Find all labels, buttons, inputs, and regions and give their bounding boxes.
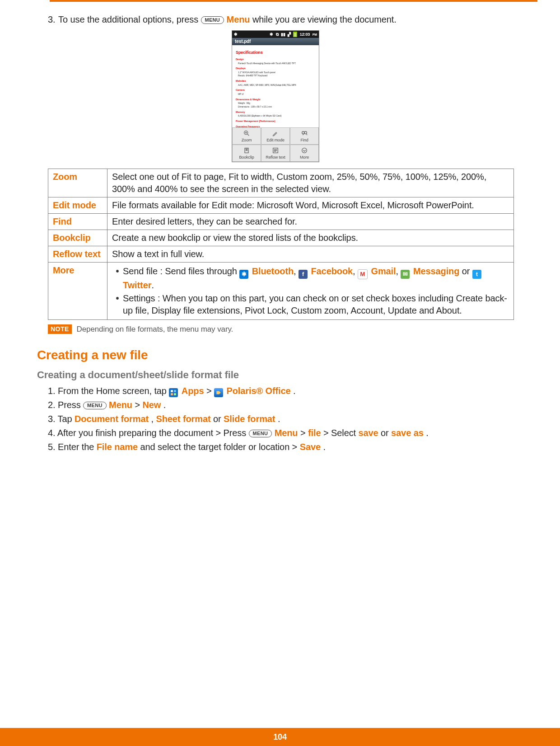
doc-line: Pantech Touch Messaging Device with Touc… — [238, 62, 315, 65]
sheetfmt-label: Sheet format — [156, 414, 210, 424]
opt-val: Show a text in full view. — [107, 246, 514, 263]
opt-key: Edit mode — [48, 197, 107, 214]
menu-label: Menu — [109, 400, 132, 410]
step-number: 4. — [48, 428, 55, 438]
status-time: 12:03 PM — [300, 32, 317, 37]
phone-doc-body: Specifications Design Pantech Touch Mess… — [232, 45, 319, 127]
intro-post: while you are viewing the document. — [252, 14, 397, 24]
menu-zoom[interactable]: Zoom — [232, 127, 261, 145]
twitter-icon: t — [472, 270, 481, 279]
apps-icon — [169, 388, 178, 397]
file-label: file — [308, 428, 321, 438]
more-settings: • Settings : When you tap on this part, … — [116, 292, 509, 317]
opt-key: Bookclip — [48, 230, 107, 246]
step-text: or — [213, 414, 224, 424]
slidefmt-label: Slide format — [224, 414, 275, 424]
step-text: . — [426, 428, 428, 438]
svg-rect-17 — [174, 394, 177, 396]
phone-status-bar: ✱ ✱ ⧉ ▮▮ ▞ ▯ 12:03 PM — [232, 31, 319, 38]
phone-titlebar: test.pdf — [232, 38, 319, 45]
svg-line-1 — [247, 134, 249, 136]
menu-editmode[interactable]: Edit mode — [261, 127, 290, 145]
step-text: From the Home screen, tap — [58, 386, 169, 396]
messaging-icon: ✉ — [401, 270, 410, 279]
list-item: 4. After you finish preparing the docume… — [48, 427, 514, 439]
table-row: Bookclip Create a new bookclip or view t… — [48, 230, 514, 246]
table-row: Edit mode File formats available for Edi… — [48, 197, 514, 214]
zoom-icon — [233, 129, 261, 137]
section-heading: Creating a new file — [37, 347, 514, 364]
step-text: . — [323, 442, 325, 452]
page-number: 104 — [273, 732, 287, 741]
table-row: Zoom Select one out of Fit to page, Fit … — [48, 169, 514, 197]
svg-point-13 — [302, 148, 307, 153]
menu-reflow[interactable]: Reflow text — [261, 145, 290, 162]
step-number: 5. — [48, 442, 55, 452]
svg-rect-16 — [171, 394, 173, 396]
menu-label: Edit mode — [261, 137, 289, 143]
step-text: After you finish preparing the document … — [57, 428, 249, 438]
menu-label: Find — [290, 137, 318, 143]
list-item: 1. From the Home screen, tap Apps > Pola… — [48, 385, 514, 397]
status-icons: ✱ ⧉ ▮▮ ▞ ▯ 12:03 PM — [268, 32, 317, 37]
doc-sec: Melodies — [236, 80, 315, 83]
note: NOTE Depending on file formats, the menu… — [48, 324, 514, 335]
messaging-label: Messaging — [413, 266, 459, 276]
menu-find[interactable]: Find — [290, 127, 319, 145]
menu-key-icon: MENU — [83, 402, 107, 409]
svg-rect-15 — [174, 390, 177, 393]
opt-val: Select one out of Fit to page, Fit to wi… — [107, 169, 514, 197]
doc-sec: Displays — [236, 67, 315, 70]
step-text: . — [293, 386, 295, 396]
table-row: Find Enter desired letters, they can be … — [48, 214, 514, 230]
saveas-label: save as — [391, 428, 424, 438]
gmail-icon: M — [358, 269, 368, 279]
step-number: 1. — [48, 386, 55, 396]
opt-val-more: • Send file : Send files through ✱ Bluet… — [107, 263, 514, 320]
bluetooth-icon: ✱ — [239, 270, 248, 279]
opt-val: File formats available for Edit mode: Mi… — [107, 197, 514, 214]
doc-sec: Memory — [236, 111, 315, 114]
step-text: . — [163, 400, 166, 410]
document-page: 3. To use the additional options, press … — [0, 0, 560, 746]
bluetooth-icon: ✱ — [234, 32, 238, 37]
menu-label: Bookclip — [233, 155, 261, 160]
svg-marker-18 — [216, 391, 220, 394]
bookclip-icon — [233, 146, 261, 155]
menu-more[interactable]: More — [290, 145, 319, 162]
menu-bookclip[interactable]: Bookclip — [232, 145, 261, 162]
doc-line: AAC, AMR, MIDI, SP-MIDI, MP3, WAV(Adapt … — [238, 84, 315, 87]
more-icon — [290, 146, 318, 155]
gt: > — [206, 386, 214, 396]
step-text: > — [300, 428, 308, 438]
doc-line: 6,400/16,000 (Eighteen + 64 Mbyte SD Car… — [238, 114, 315, 117]
apps-label: Apps — [182, 386, 204, 396]
svg-rect-8 — [245, 148, 248, 153]
find-icon — [290, 129, 318, 137]
facebook-icon: f — [299, 270, 308, 279]
list-item: 5. Enter the File name and select the ta… — [48, 441, 514, 453]
menu-key-icon: MENU — [249, 430, 272, 437]
bt-icon: ✱ — [270, 32, 273, 37]
opt-key: Find — [48, 214, 107, 230]
steps-list: 1. From the Home screen, tap Apps > Pola… — [48, 385, 514, 453]
reflow-icon — [261, 146, 289, 155]
send-label: Send file : Send files through — [123, 266, 239, 276]
list-item: 3. Tap Document format , Sheet format or… — [48, 413, 514, 425]
intro-pre: To use the additional options, press — [58, 14, 201, 24]
step-text: , — [151, 414, 156, 424]
svg-rect-14 — [171, 390, 173, 393]
opt-key: Reflow text — [48, 246, 107, 263]
opt-val: Enter desired letters, they can be searc… — [107, 214, 514, 230]
step-text: Enter the — [58, 442, 97, 452]
menu-label: More — [290, 155, 318, 160]
cell-icon: ▞ — [288, 32, 291, 37]
save-label: Save — [300, 442, 321, 452]
polaris-icon — [214, 388, 223, 397]
step-text: > Select — [323, 428, 358, 438]
wifi-icon: ⧉ — [276, 32, 279, 37]
doc-line: Resolu. 64x480 TFT Keyboard — [238, 74, 315, 77]
opt-val: Create a new bookclip or view the stored… — [107, 230, 514, 246]
step-number: 2. — [48, 400, 55, 410]
menu-label: Reflow text — [261, 155, 289, 160]
